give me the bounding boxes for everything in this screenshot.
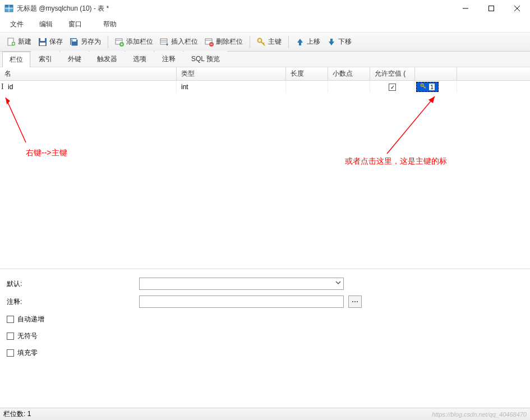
svg-rect-23 <box>160 39 167 44</box>
cell-name[interactable]: id <box>0 81 177 93</box>
table-icon <box>4 4 13 13</box>
table-row[interactable]: id int 1 <box>0 81 530 93</box>
col-decimal-header[interactable]: 小数点 <box>328 67 370 80</box>
tab-index[interactable]: 索引 <box>31 51 59 67</box>
cell-length[interactable] <box>286 81 328 93</box>
key-icon <box>257 38 266 47</box>
unsigned-checkbox[interactable] <box>7 333 14 340</box>
tab-trigger[interactable]: 触发器 <box>90 51 125 67</box>
new-button[interactable]: 新建 <box>3 35 35 49</box>
annotation-arrow-right <box>0 81 530 269</box>
zerofill-label: 填充零 <box>17 348 38 358</box>
key-icon <box>420 83 427 91</box>
save-button[interactable]: 保存 <box>35 35 66 49</box>
insert-field-button[interactable]: 插入栏位 <box>156 35 201 49</box>
delete-field-button[interactable]: 删除栏位 <box>201 35 246 49</box>
annotation-left-note: 右键-->主键 <box>26 148 67 158</box>
svg-marker-34 <box>297 39 303 45</box>
add-field-icon <box>115 38 124 47</box>
watermark-text: https://blog.csdn.net/qq_40468470 <box>432 411 527 418</box>
save-icon <box>38 38 47 47</box>
field-grid[interactable]: I id int 1 右键-->主键 或者点击这里，这是主键的标 <box>0 81 530 269</box>
tab-comment[interactable]: 注释 <box>155 51 183 67</box>
toolbar: 新建 保存 另存为 添加栏位 插入栏位 删除栏位 主键 上移 下移 <box>0 33 530 52</box>
move-down-button[interactable]: 下移 <box>324 35 355 49</box>
tab-sql-preview[interactable]: SQL 预览 <box>184 51 227 67</box>
chevron-down-icon[interactable] <box>335 279 342 288</box>
window-controls <box>453 0 530 17</box>
toolbar-separator <box>108 36 108 48</box>
cell-nullable[interactable] <box>370 81 415 93</box>
unsigned-label: 无符号 <box>17 331 38 341</box>
add-field-button[interactable]: 添加栏位 <box>112 35 156 49</box>
autoinc-checkbox[interactable] <box>7 316 14 323</box>
window-title: 无标题 @mysqlchun (10) - 表 * <box>17 4 109 13</box>
primary-key-button[interactable]: 主键 <box>254 35 285 49</box>
svg-rect-13 <box>40 38 45 41</box>
maximize-button[interactable] <box>478 0 504 17</box>
primary-key-indicator[interactable]: 1 <box>416 82 439 92</box>
menu-edit[interactable]: 编辑 <box>31 17 61 31</box>
default-label: 默认: <box>6 279 135 289</box>
saveas-button[interactable]: 另存为 <box>66 35 104 49</box>
svg-line-38 <box>425 86 426 87</box>
minimize-button[interactable] <box>453 0 478 17</box>
nullable-checkbox[interactable] <box>389 84 396 91</box>
move-up-button[interactable]: 上移 <box>292 35 324 49</box>
svg-line-39 <box>6 98 26 142</box>
col-pk-header[interactable] <box>415 67 457 80</box>
tab-option[interactable]: 选项 <box>126 51 154 67</box>
comment-label: 注释: <box>6 297 135 307</box>
col-name-header[interactable]: 名 <box>0 67 177 80</box>
annotation-arrow-left <box>0 81 530 269</box>
svg-line-41 <box>387 96 435 154</box>
menu-help[interactable]: 帮助 <box>95 17 125 31</box>
menu-window[interactable]: 窗口 <box>61 17 90 31</box>
close-button[interactable] <box>504 0 530 17</box>
field-count-status: 栏位数: 1 <box>3 409 31 419</box>
svg-marker-35 <box>329 39 334 45</box>
svg-rect-14 <box>40 43 45 45</box>
saveas-icon <box>70 38 79 47</box>
menu-file[interactable]: 文件 <box>2 17 31 31</box>
arrow-down-icon <box>327 38 336 47</box>
cell-primary-key[interactable]: 1 <box>415 81 457 93</box>
tab-strip: 栏位 索引 外键 触发器 选项 注释 SQL 预览 <box>0 52 530 67</box>
property-panel: 默认: 注释: ⋯ 自动递增 无符号 填充零 <box>0 269 530 367</box>
arrow-up-icon <box>296 38 305 47</box>
toolbar-separator <box>250 36 250 48</box>
new-icon <box>7 38 16 47</box>
comment-more-button[interactable]: ⋯ <box>348 296 362 308</box>
tab-foreign-key[interactable]: 外键 <box>61 51 89 67</box>
svg-marker-42 <box>428 96 435 103</box>
status-bar: 栏位数: 1 https://blog.csdn.net/qq_40468470 <box>0 408 530 420</box>
col-type-header[interactable]: 类型 <box>177 67 286 80</box>
menu-bar: 文件 编辑 窗口 帮助 <box>0 17 530 33</box>
col-length-header[interactable]: 长度 <box>286 67 328 80</box>
svg-rect-17 <box>72 39 76 41</box>
title-bar: 无标题 @mysqlchun (10) - 表 * <box>0 0 530 17</box>
cell-type[interactable]: int <box>177 81 286 93</box>
comment-input[interactable] <box>139 296 344 308</box>
insert-field-icon <box>160 38 169 47</box>
svg-marker-26 <box>166 44 168 46</box>
col-nullable-header[interactable]: 允许空值 ( <box>370 67 415 80</box>
text-cursor-icon: I <box>1 82 4 91</box>
default-select[interactable] <box>139 278 344 290</box>
tab-fields[interactable]: 栏位 <box>2 52 30 67</box>
column-headers: 名 类型 长度 小数点 允许空值 ( <box>0 67 530 81</box>
autoinc-label: 自动递增 <box>17 315 44 324</box>
svg-line-33 <box>263 43 264 44</box>
svg-marker-40 <box>6 98 10 104</box>
toolbar-separator <box>288 36 289 48</box>
zerofill-checkbox[interactable] <box>7 349 14 357</box>
annotation-right-note: 或者点击这里，这是主键的标 <box>345 156 447 167</box>
svg-rect-5 <box>489 6 494 11</box>
delete-field-icon <box>205 38 214 47</box>
cell-decimal[interactable] <box>328 81 370 93</box>
ellipsis-icon: ⋯ <box>352 298 358 306</box>
